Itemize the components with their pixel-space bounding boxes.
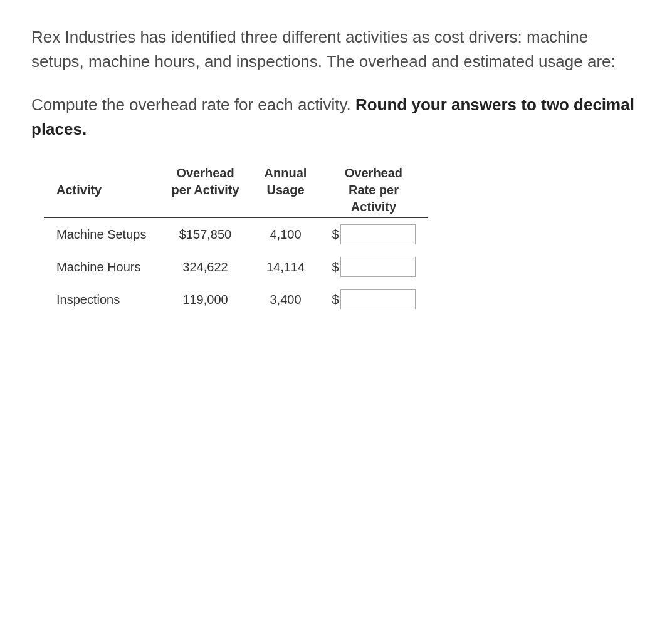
row3-dollar-sign: $ [332, 293, 339, 307]
instruction-prefix: Compute the overhead rate for each activ… [31, 95, 355, 114]
row1-dollar-sign: $ [332, 227, 339, 242]
row2-dollar-sign: $ [332, 260, 339, 274]
row2-rate-cell: $ [319, 251, 428, 283]
col-rate-header-top: Overhead [319, 164, 428, 180]
row3-rate-input-container: $ [332, 289, 415, 310]
row1-activity: Machine Setups [44, 217, 159, 251]
col-overhead-header-top: Overhead [159, 164, 251, 180]
row1-rate-cell: $ [319, 217, 428, 251]
table-header-row1: Overhead Annual Overhead [44, 164, 428, 180]
col-annual-usage-header2-blank [252, 200, 320, 217]
row2-activity: Machine Hours [44, 251, 159, 283]
col-rate-activity-header: Activity [319, 200, 428, 217]
col-activity-header: Activity [44, 180, 159, 200]
col-rate-per-header: Rate per [319, 180, 428, 200]
table-header-row2: Activity per Activity Usage Rate per [44, 180, 428, 200]
table-row: Machine Setups $157,850 4,100 $ [44, 217, 428, 251]
row1-rate-input[interactable] [340, 224, 416, 244]
row1-annual-val: 4,100 [252, 217, 320, 251]
overhead-table: Overhead Annual Overhead Activity per Ac… [44, 164, 428, 316]
instruction-paragraph: Compute the overhead rate for each activ… [31, 93, 641, 142]
col-overhead-per-activity-header: per Activity [159, 180, 251, 200]
table-header-row3: Activity [44, 200, 428, 217]
row1-overhead-val: $157,850 [159, 217, 251, 251]
col-overhead-per-activity-header2-blank [159, 200, 251, 217]
row1-rate-input-container: $ [332, 224, 415, 244]
row3-annual-val: 3,400 [252, 283, 320, 316]
row2-annual-val: 14,114 [252, 251, 320, 283]
col-activity-header2-blank [44, 200, 159, 217]
table-row: Inspections 119,000 3,400 $ [44, 283, 428, 316]
row3-rate-input[interactable] [340, 289, 416, 310]
row3-rate-cell: $ [319, 283, 428, 316]
row3-activity: Inspections [44, 283, 159, 316]
table-container: Overhead Annual Overhead Activity per Ac… [44, 164, 641, 316]
col-annual-usage-header: Usage [252, 180, 320, 200]
row3-overhead-val: 119,000 [159, 283, 251, 316]
table-row: Machine Hours 324,622 14,114 $ [44, 251, 428, 283]
col-annual-header-top: Annual [252, 164, 320, 180]
intro-paragraph: Rex Industries has identified three diff… [31, 25, 641, 74]
row2-rate-input-container: $ [332, 257, 415, 277]
col-activity-header-blank [44, 164, 159, 180]
row2-overhead-val: 324,622 [159, 251, 251, 283]
row2-rate-input[interactable] [340, 257, 416, 277]
